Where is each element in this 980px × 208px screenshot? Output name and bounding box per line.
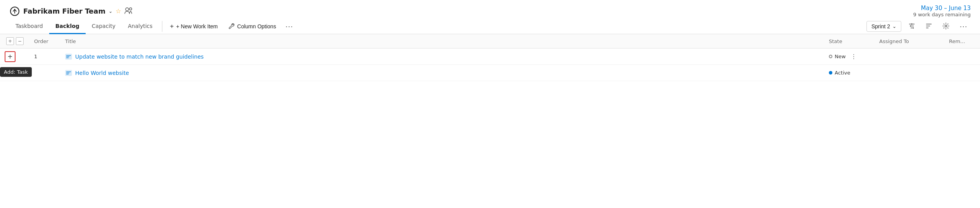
svg-point-1 — [126, 8, 129, 11]
collapse-all-button[interactable]: − — [16, 37, 24, 45]
state-dot-active — [829, 71, 832, 75]
row-order: 1 — [31, 54, 62, 59]
chevron-down-icon[interactable]: ⌄ — [109, 9, 112, 14]
table-row: Hello World website Active — [0, 65, 980, 81]
wrench-icon — [229, 23, 235, 30]
sprint-dropdown[interactable]: Sprint 2 ⌄ — [866, 21, 901, 32]
expand-all-button[interactable]: + — [6, 37, 14, 45]
new-work-item-button[interactable]: + + New Work Item — [165, 20, 222, 33]
tab-analytics[interactable]: Analytics — [122, 19, 159, 34]
work-item-icon — [65, 53, 72, 60]
col-title-header: Title — [62, 38, 829, 44]
filter-button[interactable] — [905, 21, 918, 32]
row-title-text[interactable]: Update website to match new brand guidel… — [75, 54, 204, 60]
row-title: Update website to match new brand guidel… — [62, 53, 829, 60]
work-days-remaining: 9 work days remaining — [913, 12, 971, 17]
plus-icon: + — [170, 23, 174, 30]
state-dot-new — [829, 55, 832, 58]
row-expand-area: + Add: Task — [0, 51, 31, 62]
nav-more-button[interactable]: ⋯ — [956, 19, 971, 33]
row-title-text-2[interactable]: Hello World website — [75, 70, 129, 76]
col-order-header: Order — [31, 38, 62, 44]
col-expand-header: + − — [0, 37, 31, 45]
state-label: New — [835, 54, 846, 59]
team-icon — [9, 6, 20, 17]
tab-backlog[interactable]: Backlog — [49, 19, 86, 34]
nav-right: Sprint 2 ⌄ — [866, 19, 971, 33]
nav-actions: + + New Work Item Column Options ⋯ — [165, 19, 866, 33]
col-remaining-header: Rem... — [949, 38, 980, 44]
add-child-button[interactable]: + — [5, 51, 16, 62]
sprint-chevron-icon: ⌄ — [892, 24, 896, 29]
column-options-label: Column Options — [237, 23, 276, 29]
col-assigned-header: Assigned To — [879, 38, 949, 44]
new-work-item-label: + New Work Item — [176, 23, 218, 29]
people-icon[interactable] — [124, 7, 133, 16]
row-state-2: Active — [829, 70, 879, 76]
header-row: Fabrikam Fiber Team ⌄ ☆ May 30 – June 13… — [0, 0, 980, 19]
sort-button[interactable] — [922, 21, 935, 32]
table-header: + − Order Title State Assigned To Rem... — [0, 34, 980, 49]
state-label-2: Active — [835, 70, 850, 76]
settings-button[interactable] — [939, 20, 952, 33]
nav-row: Taskboard Backlog Capacity Analytics + +… — [0, 19, 980, 34]
row-state: New ⋮ — [829, 53, 879, 60]
tab-capacity[interactable]: Capacity — [86, 19, 122, 34]
nav-tabs: Taskboard Backlog Capacity Analytics — [9, 19, 159, 34]
add-task-tooltip: Add: Task — [0, 67, 32, 77]
tab-taskboard[interactable]: Taskboard — [9, 19, 49, 34]
svg-point-12 — [945, 25, 947, 27]
work-item-icon-2 — [65, 69, 72, 76]
table-row: + Add: Task 1 Update website to match ne… — [0, 49, 980, 65]
row-actions-menu[interactable]: ⋮ — [848, 53, 859, 60]
more-actions-button[interactable]: ⋯ — [282, 19, 296, 33]
column-options-button[interactable]: Column Options — [224, 21, 281, 33]
sprint-dates: May 30 – June 13 — [913, 5, 971, 12]
team-name: Fabrikam Fiber Team — [23, 7, 105, 15]
star-icon[interactable]: ☆ — [115, 7, 121, 15]
header-left: Fabrikam Fiber Team ⌄ ☆ — [9, 6, 133, 17]
svg-point-2 — [129, 8, 132, 10]
sprint-label: Sprint 2 — [871, 23, 890, 29]
col-state-header: State — [829, 38, 879, 44]
row-title-2: Hello World website — [62, 69, 829, 76]
header-right: May 30 – June 13 9 work days remaining — [913, 5, 971, 17]
nav-divider — [162, 21, 162, 32]
table-area: + − Order Title State Assigned To Rem...… — [0, 34, 980, 208]
